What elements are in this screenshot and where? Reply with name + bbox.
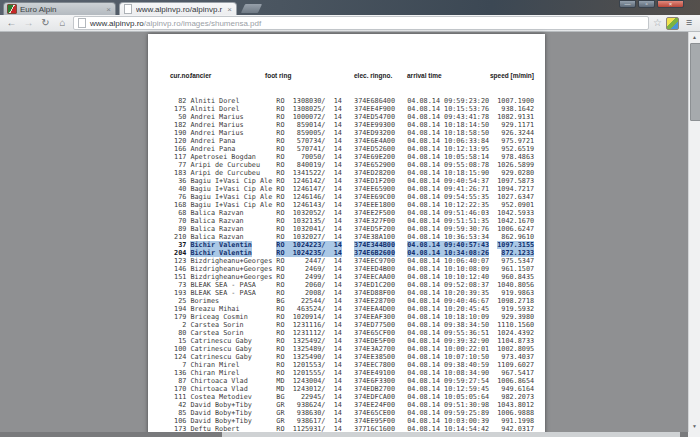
horizontal-scrollbar-thumb[interactable] <box>222 432 680 437</box>
table-row[interactable]: 87Chirtoaca VladMD 1243004/ 14374E6F3300… <box>170 377 536 385</box>
cell-cur-no: 76 <box>170 193 186 201</box>
table-row[interactable]: 182Andrei MariusRO 859014/ 14374EE993000… <box>170 121 536 129</box>
vertical-scrollbar[interactable]: ▲ ▼ <box>688 32 700 437</box>
cell-arrival-time: 04.08.14 10:20:45:45 <box>407 305 489 313</box>
table-row[interactable]: 193BLEAK SEA - PASARO 2008/ 14374ED88F00… <box>170 289 536 297</box>
tab-title: Euro Alpin <box>20 5 104 14</box>
table-row[interactable]: 89Balica RazvanRO 1032041/ 14374ED5F2000… <box>170 225 536 233</box>
cell-arrival-time: 04.08.14 09:39:32:90 <box>407 337 489 345</box>
cell-speed: 1006.9888 <box>497 409 534 417</box>
table-row[interactable]: 190Andrei MariusRO 859005/ 14374ED932000… <box>170 129 536 137</box>
cell-fancier: David Boby+Tiby <box>190 401 272 409</box>
cell-fancier: Chirtoaca Vlad <box>190 377 272 385</box>
cell-speed: 1006.8654 <box>497 377 534 385</box>
cell-speed: 919.5932 <box>497 305 534 313</box>
table-row[interactable]: 124Catrinescu GabyRO 1325490/ 14374EE385… <box>170 353 536 361</box>
table-row[interactable]: 100Catrinescu GabyRO 1325489/ 14374E3A27… <box>170 345 536 353</box>
table-row[interactable]: 166Andrei PanaRO 570741/ 14374ED5260004.… <box>170 145 536 153</box>
table-row[interactable]: 210Balica RazvanRO 1032027/ 14374E38A100… <box>170 233 536 241</box>
cell-fancier: Andrei Marius <box>190 121 272 129</box>
reload-icon[interactable]: ↻ <box>39 17 52 29</box>
table-row[interactable]: 2Carstea SorinRO 1231116/ 14374ED7750004… <box>170 321 536 329</box>
cell-foot-ring: RO 1246142/ 14 <box>276 177 341 185</box>
bookmark-star-icon[interactable]: ☆ <box>653 17 662 29</box>
maximize-button[interactable]: ▫ <box>638 0 655 8</box>
table-row[interactable]: 82Alniti DorelRO 1308030/ 14374E68640004… <box>170 97 536 105</box>
scroll-down-icon[interactable]: ▼ <box>689 421 700 432</box>
table-row[interactable]: 175Alniti DorelRO 1308025/ 14374EE4F9000… <box>170 105 536 113</box>
table-row[interactable]: 194Breazu MihaiRO 463524/ 14374EEA4D0004… <box>170 305 536 313</box>
cell-arrival-time: 04.08.14 10:05:58:14 <box>407 153 489 161</box>
cell-speed: 938.1642 <box>497 105 534 113</box>
cell-arrival-time: 04.08.14 09:59:30:76 <box>407 225 489 233</box>
tab-shumensa-pdf[interactable]: www.alpinvp.ro/alpinvp.r × <box>119 2 237 15</box>
cell-fancier: Bichir Valentin <box>190 241 272 249</box>
horizontal-scrollbar[interactable] <box>0 432 688 437</box>
table-row[interactable]: 15Catrinescu GabyRO 1325492/ 14374EDE5F0… <box>170 337 536 345</box>
table-row[interactable]: 77Aripi de CurcubeuRO 840019/ 14374E6529… <box>170 161 536 169</box>
table-row[interactable]: 42David Boby+TibyGR 938624/ 14374EE24F00… <box>170 401 536 409</box>
cell-cur-no: 15 <box>170 337 186 345</box>
cell-cur-no: 36 <box>170 177 186 185</box>
scroll-up-icon[interactable]: ▲ <box>689 32 700 43</box>
table-row[interactable]: 70Balica RazvanRO 1032135/ 14374E327F000… <box>170 217 536 225</box>
tab-close-icon[interactable]: × <box>225 5 234 14</box>
header-elec-ringno: elec. ringno. <box>354 72 392 80</box>
back-icon[interactable]: ← <box>5 17 18 29</box>
home-icon[interactable]: ⌂ <box>56 17 69 29</box>
table-row[interactable]: 37Bichir ValentinRO 1024223/ 14374E344B0… <box>170 241 536 249</box>
cell-arrival-time: 04.08.14 09:43:41:78 <box>407 113 489 121</box>
table-row[interactable]: 36Bagiu I+Vasi Cip AleRO 1246142/ 14374E… <box>170 177 536 185</box>
cell-elec-ringno: 374EE28700 <box>354 297 395 305</box>
address-bar[interactable]: www.alpinvp.ro/alpinvp.ro/images/shumens… <box>73 16 649 30</box>
cell-fancier: Andrei Pana <box>190 145 272 153</box>
table-row[interactable]: 111Costea MetodievBG 22945/ 14374EDFCA00… <box>170 393 536 401</box>
euro-alpin-favicon <box>7 4 17 14</box>
table-row[interactable]: 85David Boby+TibyGR 938630/ 14374E65CE00… <box>170 409 536 417</box>
cell-elec-ringno: 374EE2F500 <box>354 209 395 217</box>
cell-foot-ring: MD 1243004/ 14 <box>276 377 341 385</box>
table-row[interactable]: 204Bichir ValentinRO 1024235/ 14374E6B26… <box>170 249 536 257</box>
table-row[interactable]: 73BLEAK SEA - PASARO 2060/ 14374ED1C2000… <box>170 281 536 289</box>
table-row[interactable]: 136Chiran MirelRO 1201555/ 14374EE491000… <box>170 369 536 377</box>
tab-close-icon[interactable]: × <box>104 5 113 14</box>
cell-foot-ring: RO 1246146/ 14 <box>276 193 341 201</box>
table-row[interactable]: 151Bizdrigheanu+GeorgesRO 2499/ 14374EEC… <box>170 273 536 281</box>
table-row[interactable]: 68Balica RazvanRO 1032052/ 14374EE2F5000… <box>170 209 536 217</box>
table-row[interactable]: 117Apetrosei BogdanRO 70050/ 14374E69E20… <box>170 153 536 161</box>
header-cur-no: cur.no. <box>170 72 191 80</box>
cell-foot-ring: RO 2060/ 14 <box>276 281 341 289</box>
table-row[interactable]: 170Chirtoaca VladMD 1243012/ 14374EDB270… <box>170 385 536 393</box>
extension-icon[interactable] <box>666 17 679 30</box>
table-row[interactable]: 7Chiran MirelRO 1201553/ 14374EEC780004.… <box>170 361 536 369</box>
url-host: www.alpinvp.ro <box>90 19 144 28</box>
vertical-scrollbar-thumb[interactable] <box>690 43 700 121</box>
table-row[interactable]: 168Bagiu I+Vasi Cip AleRO 1246143/ 14374… <box>170 201 536 209</box>
new-tab-button[interactable] <box>241 4 262 13</box>
cell-fancier: Chirtoaca Vlad <box>190 385 272 393</box>
table-row[interactable]: 80Carstea SorinRO 1231112/ 14374E65CF000… <box>170 329 536 337</box>
table-row[interactable]: 50Andrei MariusRO 1000072/ 14374ED547000… <box>170 113 536 121</box>
table-row[interactable]: 25BorimesBG 22544/ 14374EE2870004.08.14 … <box>170 297 536 305</box>
menu-icon[interactable]: ☰ <box>683 21 695 25</box>
table-row[interactable]: 123Bizdrigheanu+GeorgesRO 2447/ 14374EEC… <box>170 257 536 265</box>
table-row[interactable]: 76Bagiu I+Vasi Cip AleRO 1246146/ 14374E… <box>170 193 536 201</box>
cell-speed: 1042.1670 <box>497 217 534 225</box>
cell-foot-ring: RO 2469/ 14 <box>276 265 341 273</box>
cell-foot-ring: MD 1243012/ 14 <box>276 385 341 393</box>
table-row[interactable]: 120Andrei PanaRO 570734/ 14374E6E4A0004.… <box>170 137 536 145</box>
table-row[interactable]: 146Bizdrigheanu+GeorgesRO 2469/ 14374EED… <box>170 265 536 273</box>
forward-icon[interactable]: → <box>22 17 35 29</box>
table-row[interactable]: 179Briceag CosminRO 1020914/ 14374EEAF30… <box>170 313 536 321</box>
cell-speed: 929.1171 <box>497 121 534 129</box>
close-button[interactable]: × <box>657 0 684 8</box>
table-row[interactable]: 40Bagiu I+Vasi Cip AleRO 1246147/ 14374E… <box>170 185 536 193</box>
cell-fancier: Bagiu I+Vasi Cip Ale <box>190 185 272 193</box>
table-row[interactable]: 183Aripi de CurcubeuRO 1341522/ 14374ED2… <box>170 169 536 177</box>
cell-arrival-time: 04.08.14 10:03:00:39 <box>407 417 489 425</box>
table-row[interactable]: 106David Boby+TibyGR 938617/ 14374EE95F0… <box>170 417 536 425</box>
minimize-button[interactable]: — <box>619 0 636 8</box>
cell-elec-ringno: 374EEC7800 <box>354 361 395 369</box>
cell-elec-ringno: 374ED5F200 <box>354 225 395 233</box>
tab-euro-alpin[interactable]: Euro Alpin × <box>3 2 116 15</box>
